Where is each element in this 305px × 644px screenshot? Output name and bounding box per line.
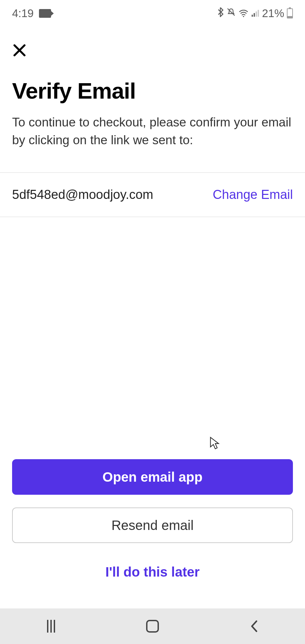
page-title: Verify Email [12,78,293,104]
email-row: 5df548ed@moodjoy.com Change Email [0,172,305,217]
svg-rect-3 [256,11,257,17]
nav-home-button[interactable] [146,620,159,633]
signal-icon [251,7,259,20]
nav-back-button[interactable] [247,620,261,633]
status-right: 21% [217,7,293,20]
content-area: Verify Email To continue to checkout, pl… [0,27,305,608]
bluetooth-icon [217,7,224,20]
status-left: 4:19 [12,7,51,20]
video-recording-icon [39,9,51,18]
battery-percentage: 21% [262,7,284,20]
status-time: 4:19 [12,7,34,20]
vibrate-icon [226,7,236,20]
spacer [0,217,305,459]
svg-rect-4 [258,10,259,16]
close-button[interactable] [9,40,30,60]
change-email-button[interactable]: Change Email [213,187,293,202]
status-bar: 4:19 [0,0,305,27]
android-nav-bar [0,608,305,644]
svg-rect-1 [252,15,253,17]
open-email-app-button[interactable]: Open email app [12,459,293,495]
svg-point-0 [243,16,244,17]
battery-icon [287,8,293,18]
nav-recents-button[interactable] [44,620,58,633]
page-subtitle: To continue to checkout, please confirm … [12,114,293,149]
header-section: Verify Email To continue to checkout, pl… [0,60,305,149]
email-address: 5df548ed@moodjoy.com [12,187,153,202]
wifi-icon [238,7,249,20]
close-icon [13,44,26,57]
resend-email-button[interactable]: Resend email [12,507,293,543]
button-group: Open email app Resend email I'll do this… [0,459,305,608]
svg-rect-2 [254,13,255,17]
do-this-later-button[interactable]: I'll do this later [12,556,293,588]
cursor-icon [209,436,220,450]
